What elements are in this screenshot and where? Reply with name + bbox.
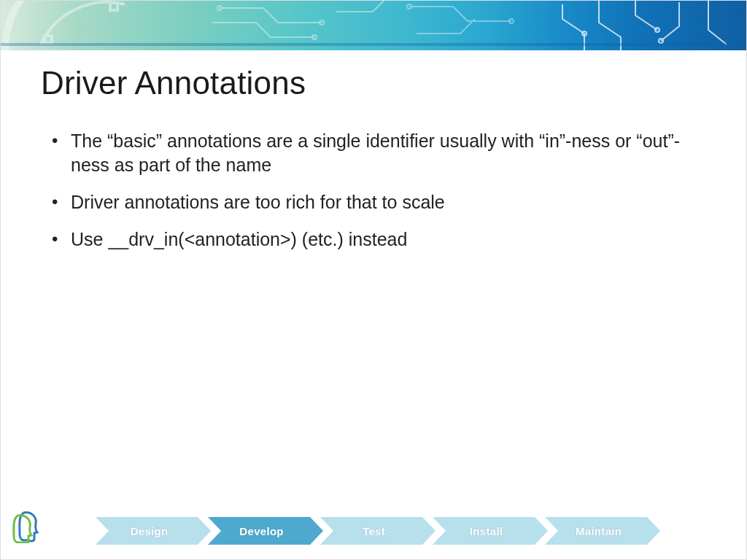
slide: Driver Annotations The “basic” annotatio… <box>0 0 747 560</box>
bullet-item: The “basic” annotations are a single ide… <box>50 129 695 177</box>
step-install: Install <box>433 517 549 545</box>
step-develop: Develop <box>208 517 325 545</box>
logo-icon <box>11 508 43 543</box>
step-label: Install <box>470 525 503 537</box>
step-maintain: Maintain <box>545 517 662 545</box>
step-label: Design <box>131 525 169 537</box>
svg-rect-11 <box>1 43 746 46</box>
bullet-item: Driver annotations are too rich for that… <box>50 190 695 214</box>
top-banner <box>1 1 746 50</box>
step-test: Test <box>320 517 437 545</box>
bullet-list: The “basic” annotations are a single ide… <box>50 129 695 265</box>
step-design: Design <box>96 517 212 545</box>
bullet-item: Use __drv_in(<annotation>) (etc.) instea… <box>50 228 695 252</box>
svg-rect-0 <box>110 3 117 10</box>
step-label: Maintain <box>576 525 622 537</box>
process-arrows: Design Develop Test Install Maintain <box>96 517 657 545</box>
footer: Design Develop Test Install Maintain <box>1 504 746 548</box>
step-label: Develop <box>239 525 283 537</box>
step-label: Test <box>363 525 385 537</box>
banner-decoration <box>1 1 746 50</box>
slide-title: Driver Annotations <box>41 65 306 101</box>
svg-rect-1 <box>44 36 52 43</box>
